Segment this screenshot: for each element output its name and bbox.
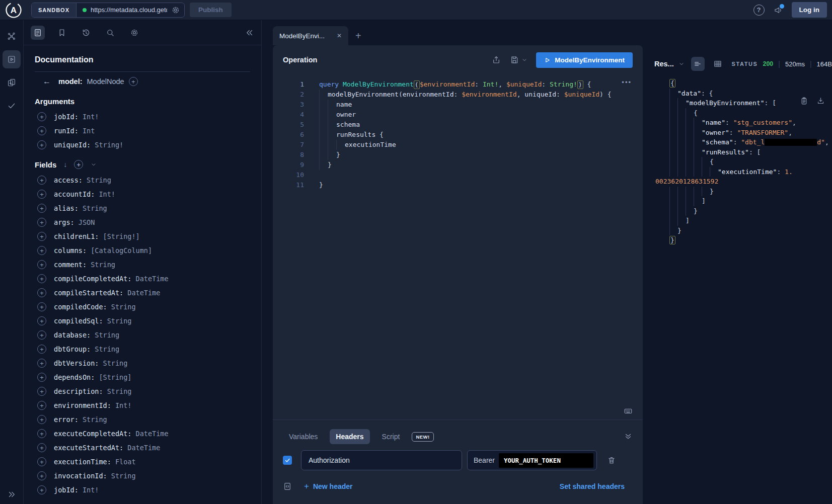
add-fields-button[interactable]: +: [74, 160, 83, 169]
field-row[interactable]: +error: String: [35, 412, 250, 427]
rail-item-checks[interactable]: [3, 97, 21, 115]
response-dropdown-chevron[interactable]: [678, 60, 685, 67]
field-row[interactable]: +executeCompletedAt: DateTime: [35, 427, 250, 441]
login-button[interactable]: Log in: [792, 2, 827, 18]
preflight-script-button[interactable]: [283, 482, 292, 491]
add-field-icon[interactable]: +: [37, 415, 46, 424]
keyboard-shortcuts-button[interactable]: [624, 406, 633, 415]
add-field-icon[interactable]: +: [37, 112, 46, 121]
response-title[interactable]: Res...: [654, 60, 674, 68]
add-field-icon[interactable]: +: [37, 274, 46, 283]
tab-variables[interactable]: Variables: [283, 429, 324, 444]
add-field-icon[interactable]: +: [37, 345, 46, 354]
operation-tab[interactable]: ModelByEnvi... ✕: [273, 26, 348, 45]
save-operation-button[interactable]: [510, 55, 519, 64]
add-all-fields-button[interactable]: +: [129, 77, 138, 86]
collapse-docs-button[interactable]: [245, 28, 254, 37]
run-operation-button[interactable]: ModelByEnvironment: [536, 52, 633, 68]
tab-headers[interactable]: Headers: [330, 429, 369, 444]
add-field-icon[interactable]: +: [37, 443, 46, 452]
field-row[interactable]: +columns: [CatalogColumn]: [35, 243, 250, 258]
rail-item-sandbox[interactable]: [3, 73, 21, 92]
set-shared-headers-button[interactable]: Set shared headers: [560, 482, 625, 490]
add-field-icon[interactable]: +: [37, 218, 46, 227]
field-row[interactable]: +compileCompletedAt: DateTime: [35, 272, 250, 286]
field-row[interactable]: +executionTime: Float: [35, 455, 250, 469]
field-row[interactable]: +alias: String: [35, 201, 250, 215]
add-fields-chevron[interactable]: [90, 161, 97, 168]
add-field-icon[interactable]: +: [37, 401, 46, 410]
add-field-icon[interactable]: +: [37, 288, 46, 297]
field-row[interactable]: +compileStartedAt: DateTime: [35, 286, 250, 300]
endpoint-settings-button[interactable]: [167, 6, 184, 15]
argument-row[interactable]: +uniqueId: String!: [35, 138, 250, 152]
new-tab-button[interactable]: +: [355, 31, 361, 41]
add-field-icon[interactable]: +: [37, 429, 46, 438]
rail-item-schema[interactable]: [3, 27, 21, 45]
download-response-button[interactable]: [816, 97, 825, 105]
add-field-icon[interactable]: +: [37, 176, 46, 185]
history-button[interactable]: [79, 26, 93, 40]
header-value-input[interactable]: Bearer YOUR_AUTH_TOKEN: [467, 450, 597, 470]
header-enabled-checkbox[interactable]: [283, 456, 292, 465]
breadcrumb-type[interactable]: ModelNode: [87, 77, 124, 86]
field-row[interactable]: +invocationId: String: [35, 469, 250, 483]
argument-row[interactable]: +jobId: Int!: [35, 110, 250, 124]
copy-response-button[interactable]: [800, 97, 808, 105]
operation-editor[interactable]: 1query ModelByEnvironment($environmentId…: [273, 74, 643, 419]
add-field-icon[interactable]: +: [37, 232, 46, 241]
field-row[interactable]: +childrenL1: [String!]: [35, 229, 250, 243]
field-row[interactable]: +dependsOn: [String]: [35, 370, 250, 384]
expand-sidebar-button[interactable]: [7, 490, 16, 499]
field-row[interactable]: +accountId: Int!: [35, 187, 250, 201]
help-button[interactable]: ?: [753, 5, 765, 16]
tab-script[interactable]: Script: [376, 429, 406, 444]
graphql-endpoint-input[interactable]: [91, 6, 167, 14]
field-row[interactable]: +comment: String: [35, 258, 250, 272]
add-field-icon[interactable]: +: [37, 204, 46, 213]
field-row[interactable]: +environmentId: Int!: [35, 398, 250, 412]
save-options-chevron[interactable]: [521, 56, 528, 63]
rail-item-explorer[interactable]: [3, 50, 21, 68]
back-button[interactable]: ←: [35, 77, 54, 86]
field-row[interactable]: +dbtVersion: String: [35, 356, 250, 370]
close-tab-button[interactable]: ✕: [337, 32, 342, 39]
announcements-button[interactable]: [774, 6, 783, 15]
docs-tab-button[interactable]: [31, 26, 45, 40]
field-row[interactable]: +executeStartedAt: DateTime: [35, 441, 250, 455]
share-operation-button[interactable]: [492, 55, 501, 64]
delete-header-button[interactable]: [607, 456, 616, 465]
sort-fields-button[interactable]: ↓: [63, 160, 67, 169]
add-field-icon[interactable]: +: [37, 316, 46, 325]
add-field-icon[interactable]: +: [37, 330, 46, 340]
field-row[interactable]: +jobId: Int!: [35, 483, 250, 497]
add-field-icon[interactable]: +: [37, 471, 46, 480]
add-field-icon[interactable]: +: [37, 190, 46, 199]
add-field-icon[interactable]: +: [37, 485, 46, 494]
new-header-button[interactable]: + New header: [304, 481, 353, 491]
field-row[interactable]: +access: String: [35, 173, 250, 187]
add-field-icon[interactable]: +: [37, 387, 46, 396]
add-field-icon[interactable]: +: [37, 373, 46, 382]
publish-button[interactable]: Publish: [190, 3, 232, 17]
add-field-icon[interactable]: +: [37, 457, 46, 466]
bookmarks-button[interactable]: [55, 26, 69, 40]
auth-token-value[interactable]: YOUR_AUTH_TOKEN: [499, 453, 593, 468]
field-row[interactable]: +args: JSON: [35, 215, 250, 229]
field-row[interactable]: +compiledCode: String: [35, 300, 250, 314]
add-field-icon[interactable]: +: [37, 302, 46, 311]
add-field-icon[interactable]: +: [37, 126, 46, 135]
header-key-input[interactable]: [301, 450, 462, 470]
add-field-icon[interactable]: +: [37, 246, 46, 255]
add-field-icon[interactable]: +: [37, 140, 46, 149]
field-row[interactable]: +database: String: [35, 328, 250, 342]
field-row[interactable]: +dbtGroup: String: [35, 342, 250, 356]
explorer-settings-button[interactable]: [127, 26, 141, 40]
search-button[interactable]: [103, 26, 117, 40]
field-row[interactable]: +compiledSql: String: [35, 314, 250, 328]
view-table-button[interactable]: [711, 57, 724, 71]
editor-menu-button[interactable]: •••: [622, 78, 632, 86]
add-field-icon[interactable]: +: [37, 260, 46, 269]
add-field-icon[interactable]: +: [37, 359, 46, 368]
field-row[interactable]: +description: String: [35, 384, 250, 398]
